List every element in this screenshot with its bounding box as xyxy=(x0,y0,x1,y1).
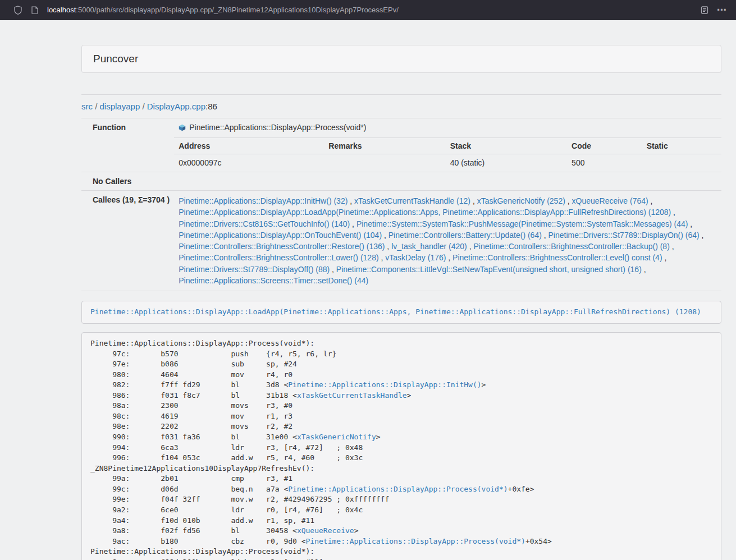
stats-value-stack: 40 (static) xyxy=(446,154,567,172)
callee-link[interactable]: Pinetime::Applications::Screens::Timer::… xyxy=(179,276,368,285)
callee-link[interactable]: Pinetime::Applications::DisplayApp::OnTo… xyxy=(179,231,382,240)
callee-link[interactable]: xTaskGenericNotify (252) xyxy=(477,196,565,205)
function-icon xyxy=(179,124,186,133)
stats-header-static: Static xyxy=(642,138,721,154)
highlighted-symbol-box: Pinetime::Applications::DisplayApp::Load… xyxy=(81,301,721,324)
symbol-link[interactable]: xTaskGetCurrentTaskHandle xyxy=(297,391,407,400)
breadcrumb-separator: / xyxy=(93,102,100,111)
callee-link[interactable]: Pinetime::Controllers::BrightnessControl… xyxy=(473,242,669,251)
function-row: Function Pinetime::Applications::Display… xyxy=(81,118,721,172)
url-path: :5000/path/src/displayapp/DisplayApp.cpp… xyxy=(76,6,399,14)
function-row-cell: Pinetime::Applications::DisplayApp::Proc… xyxy=(174,118,721,172)
callee-link[interactable]: Pinetime::Applications::DisplayApp::Load… xyxy=(179,208,671,217)
no-callers-row: No Callers xyxy=(81,172,721,191)
callee-link[interactable]: Pinetime::Controllers::BrightnessControl… xyxy=(179,253,378,262)
stats-value-row: 0x0000097c 40 (static) 500 xyxy=(174,154,721,172)
breadcrumb-link-file[interactable]: DisplayApp.cpp xyxy=(147,102,205,111)
page-icon[interactable] xyxy=(30,6,39,15)
callee-link[interactable]: Pinetime::Controllers::BrightnessControl… xyxy=(452,253,662,262)
callee-link[interactable]: xTaskGetCurrentTaskHandle (12) xyxy=(354,196,470,205)
stats-value-address: 0x0000097c xyxy=(174,154,324,172)
function-row-header: Function xyxy=(81,118,174,172)
callee-link[interactable]: Pinetime::Controllers::Battery::Update()… xyxy=(388,231,542,240)
stats-header-code: Code xyxy=(567,138,642,154)
callee-link[interactable]: Pinetime::Drivers::St7789::DisplayOn() (… xyxy=(548,231,700,240)
callee-link[interactable]: xQueueReceive (764) xyxy=(572,196,648,205)
url-bar[interactable]: localhost:5000/path/src/displayapp/Displ… xyxy=(47,6,700,14)
shield-icon-glyph xyxy=(14,6,22,15)
stats-table: Address Remarks Stack Code Static 0x0000… xyxy=(174,137,721,172)
disassembly: Pinetime::Applications::DisplayApp::Proc… xyxy=(81,332,721,560)
callee-link[interactable]: Pinetime::System::SystemTask::PushMessag… xyxy=(356,219,688,228)
overflow-menu-icon[interactable]: ⋯ xyxy=(717,6,727,15)
reader-view-icon-glyph xyxy=(701,6,708,14)
symbol-line: Pinetime::Applications::DisplayApp::Proc… xyxy=(174,118,721,137)
symbol-name: Pinetime::Applications::DisplayApp::Proc… xyxy=(189,123,366,132)
no-callers-header: No Callers xyxy=(81,172,174,191)
no-callers-cell xyxy=(174,172,721,191)
breadcrumb-separator: / xyxy=(140,102,147,111)
stats-header-remarks: Remarks xyxy=(324,138,445,154)
symbol-link[interactable]: Pinetime::Applications::DisplayApp::Proc… xyxy=(288,485,508,493)
callees-header: Callees (19, Σ=3704 ) xyxy=(81,191,174,291)
stats-header-address: Address xyxy=(174,138,324,154)
puncover-header-panel: Puncover xyxy=(81,45,721,73)
url-host: localhost xyxy=(47,6,76,14)
page-title[interactable]: Puncover xyxy=(93,53,138,65)
reader-view-icon[interactable] xyxy=(700,6,709,15)
divider xyxy=(81,94,721,95)
symbol-link[interactable]: Pinetime::Applications::DisplayApp::Init… xyxy=(288,380,481,389)
breadcrumb-line-number: :86 xyxy=(205,102,217,111)
callee-link[interactable]: Pinetime::Drivers::St7789::DisplayOff() … xyxy=(179,265,330,274)
shield-icon[interactable] xyxy=(13,6,22,15)
callee-link[interactable]: lv_task_handler (420) xyxy=(391,242,467,251)
page-content: Puncover src / displayapp / DisplayApp.c… xyxy=(81,45,721,560)
callee-link[interactable]: Pinetime::Applications::DisplayApp::Init… xyxy=(179,196,348,205)
stats-value-remarks xyxy=(324,154,445,172)
callee-link[interactable]: vTaskDelay (176) xyxy=(385,253,446,262)
breadcrumb-link-src[interactable]: src xyxy=(81,102,93,111)
page-icon-glyph xyxy=(31,6,38,14)
callee-link[interactable]: Pinetime::Drivers::Cst816S::GetTouchInfo… xyxy=(179,219,350,228)
symbol-link[interactable]: xQueueReceive xyxy=(297,526,354,535)
callees-row: Callees (19, Σ=3704 ) Pinetime::Applicat… xyxy=(81,191,721,291)
breadcrumb: src / displayapp / DisplayApp.cpp:86 xyxy=(81,102,721,111)
callee-link[interactable]: Pinetime::Components::LittleVgl::SetNewT… xyxy=(336,265,642,274)
symbol-link[interactable]: Pinetime::Applications::DisplayApp::Proc… xyxy=(306,537,525,545)
highlighted-symbol-link[interactable]: Pinetime::Applications::DisplayApp::Load… xyxy=(90,307,701,316)
symbol-link[interactable]: xTaskGenericNotify xyxy=(297,433,376,441)
stats-header-stack: Stack xyxy=(446,138,567,154)
stats-value-static xyxy=(642,154,721,172)
callee-link[interactable]: Pinetime::Controllers::BrightnessControl… xyxy=(179,242,385,251)
browser-toolbar: localhost:5000/path/src/displayapp/Displ… xyxy=(0,0,736,20)
breadcrumb-link-displayapp[interactable]: displayapp xyxy=(100,102,140,111)
function-table: Function Pinetime::Applications::Display… xyxy=(81,118,721,291)
stats-value-code: 500 xyxy=(567,154,642,172)
stats-header-row: Address Remarks Stack Code Static xyxy=(174,138,721,154)
callees-list: Pinetime::Applications::DisplayApp::Init… xyxy=(174,191,721,291)
